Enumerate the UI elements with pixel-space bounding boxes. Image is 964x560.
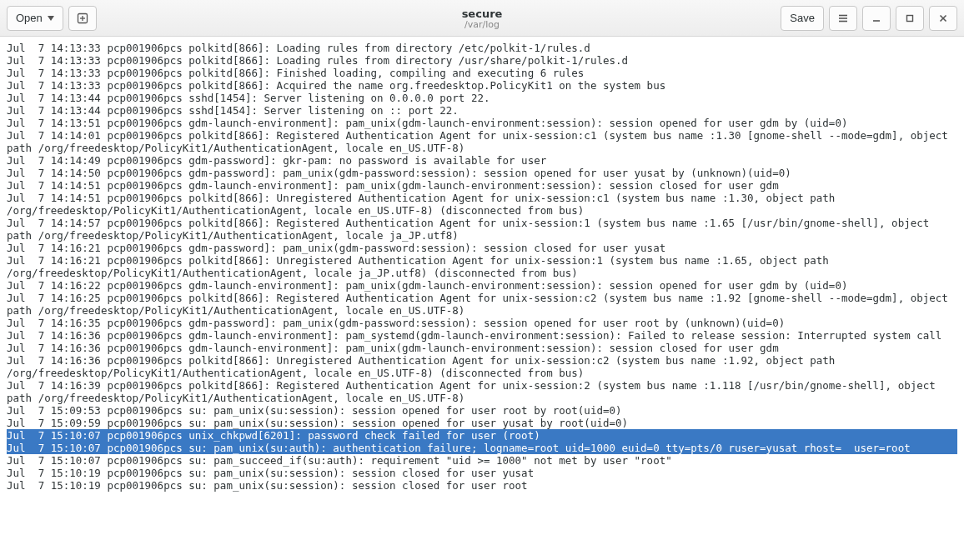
editor-window: Open secure /var/log Save (0, 0, 964, 560)
log-line: Jul 7 14:14:50 pcp001906pcs gdm-password… (7, 167, 957, 179)
log-line: Jul 7 14:14:49 pcp001906pcs gdm-password… (7, 154, 957, 167)
new-tab-button[interactable] (68, 6, 97, 31)
headerbar: Open secure /var/log Save (0, 0, 964, 37)
log-line: Jul 7 15:10:07 pcp001906pcs su: pam_unix… (7, 442, 957, 454)
log-line: Jul 7 14:16:21 pcp001906pcs polkitd[866]… (7, 254, 957, 279)
log-line: Jul 7 14:16:39 pcp001906pcs polkitd[866]… (7, 379, 957, 404)
log-line: Jul 7 14:16:21 pcp001906pcs gdm-password… (7, 242, 957, 254)
open-button-label: Open (16, 12, 43, 24)
log-line: Jul 7 14:13:33 pcp001906pcs polkitd[866]… (7, 54, 957, 67)
headerbar-left: Open (7, 6, 97, 31)
log-line: Jul 7 15:10:19 pcp001906pcs su: pam_unix… (7, 467, 957, 479)
log-line: Jul 7 14:13:33 pcp001906pcs polkitd[866]… (7, 42, 957, 54)
log-line: Jul 7 14:14:51 pcp001906pcs polkitd[866]… (7, 192, 957, 217)
headerbar-right: Save (781, 6, 957, 31)
maximize-icon (905, 13, 915, 23)
window-title: secure (462, 8, 503, 20)
log-line: Jul 7 14:13:44 pcp001906pcs sshd[1454]: … (7, 92, 957, 104)
hamburger-icon (837, 12, 849, 24)
log-line: Jul 7 15:09:59 pcp001906pcs su: pam_unix… (7, 417, 957, 429)
log-line: Jul 7 14:14:57 pcp001906pcs polkitd[866]… (7, 217, 957, 242)
log-line: Jul 7 14:16:36 pcp001906pcs gdm-launch-e… (7, 329, 957, 342)
log-line: Jul 7 14:13:44 pcp001906pcs sshd[1454]: … (7, 104, 957, 117)
log-line: Jul 7 14:16:22 pcp001906pcs gdm-launch-e… (7, 279, 957, 292)
log-line: Jul 7 15:10:07 pcp001906pcs su: pam_succ… (7, 454, 957, 467)
minimize-button[interactable] (862, 6, 891, 31)
new-tab-icon (76, 12, 89, 25)
text-view[interactable]: Jul 7 14:13:33 pcp001906pcs polkitd[866]… (0, 37, 964, 560)
log-line: Jul 7 14:13:51 pcp001906pcs gdm-launch-e… (7, 117, 957, 129)
log-line: Jul 7 15:09:53 pcp001906pcs su: pam_unix… (7, 404, 957, 417)
log-line: Jul 7 14:16:36 pcp001906pcs polkitd[866]… (7, 354, 957, 379)
minimize-icon (871, 13, 881, 23)
close-icon (938, 13, 948, 23)
log-line: Jul 7 14:13:33 pcp001906pcs polkitd[866]… (7, 67, 957, 79)
log-line: Jul 7 15:10:19 pcp001906pcs su: pam_unix… (7, 479, 957, 492)
log-line: Jul 7 14:13:33 pcp001906pcs polkitd[866]… (7, 79, 957, 92)
svg-rect-7 (907, 15, 913, 21)
save-button-label: Save (790, 12, 815, 24)
hamburger-menu-button[interactable] (829, 6, 857, 31)
chevron-down-icon (48, 16, 54, 21)
log-line: Jul 7 14:14:51 pcp001906pcs gdm-launch-e… (7, 179, 957, 192)
log-line: Jul 7 14:16:35 pcp001906pcs gdm-password… (7, 317, 957, 329)
close-button[interactable] (929, 6, 957, 31)
log-line: Jul 7 14:14:01 pcp001906pcs polkitd[866]… (7, 129, 957, 154)
log-line: Jul 7 14:16:36 pcp001906pcs gdm-launch-e… (7, 342, 957, 354)
log-line: Jul 7 15:10:07 pcp001906pcs unix_chkpwd[… (7, 429, 957, 442)
maximize-button[interactable] (896, 6, 924, 31)
open-button[interactable]: Open (7, 6, 63, 31)
window-subtitle: /var/log (464, 19, 500, 30)
log-line: Jul 7 14:16:25 pcp001906pcs polkitd[866]… (7, 292, 957, 317)
save-button[interactable]: Save (781, 6, 824, 31)
